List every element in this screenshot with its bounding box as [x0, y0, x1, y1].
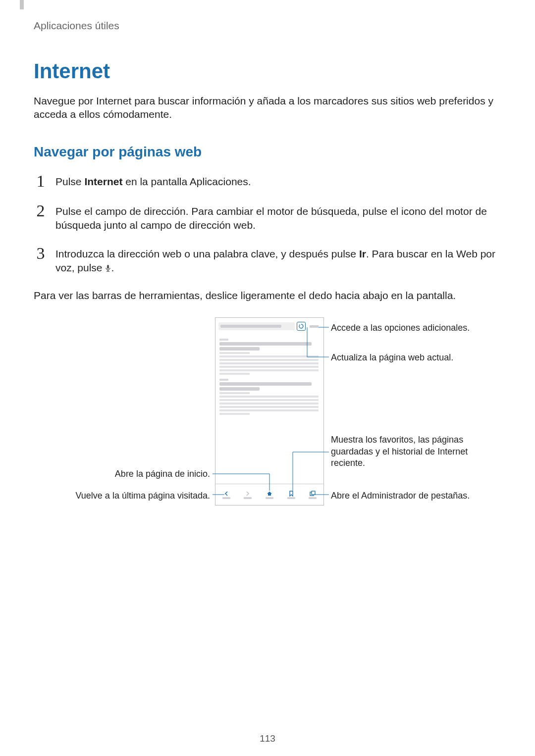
section-heading: Navegar por páginas web [34, 144, 500, 160]
device-toolbar [215, 318, 323, 335]
callout-back: Vuelve a la última página visitada. [66, 490, 210, 502]
address-bar-mockup [218, 322, 295, 330]
nav-bookmarks-icon [280, 484, 302, 505]
step-1: 1 Pulse Internet en la pantalla Aplicaci… [34, 173, 500, 190]
step-text-1: Pulse Internet en la pantalla Aplicacion… [55, 173, 500, 189]
decoration-rule [20, 0, 24, 9]
intro-paragraph: Navegue por Internet para buscar informa… [34, 94, 500, 121]
step1-bold: Internet [84, 176, 122, 187]
refresh-icon [297, 322, 306, 331]
step-number-2: 2 [34, 202, 48, 219]
callout-tabs: Abre el Administrador de pestañas. [331, 490, 475, 502]
device-bottom-nav [215, 484, 323, 505]
nav-home-icon [259, 484, 280, 505]
step3-post: . [111, 262, 114, 273]
svg-rect-0 [107, 265, 109, 269]
body-after-steps: Para ver las barras de herramientas, des… [34, 289, 500, 302]
callout-refresh: Actualiza la página web actual. [331, 352, 460, 363]
diagram: Accede a las opciones adicionales. Actua… [111, 317, 423, 515]
step3-bold: Ir [359, 248, 366, 259]
step3-pre: Introduzca la dirección web o una palabr… [55, 248, 359, 259]
breadcrumb: Aplicaciones útiles [34, 20, 500, 32]
nav-forward-icon [237, 484, 259, 505]
step-3: 3 Introduzca la dirección web o una pala… [34, 245, 500, 276]
step-number-3: 3 [34, 245, 48, 262]
callout-more: Accede a las opciones adicionales. [331, 322, 475, 334]
device-mockup [215, 317, 324, 505]
more-icon [308, 324, 321, 329]
device-content [215, 335, 323, 484]
step-text-3: Introduzca la dirección web o una palabr… [55, 245, 500, 276]
microphone-icon [105, 262, 111, 276]
page-number: 113 [0, 733, 535, 744]
step-number-1: 1 [34, 173, 48, 190]
step-text-2: Pulse el campo de dirección. Para cambia… [55, 202, 500, 232]
page-title: Internet [34, 59, 500, 83]
callout-home: Abre la página de inicio. [86, 468, 210, 480]
callout-bookmarks: Muestra los favoritos, las páginas guard… [331, 434, 480, 469]
nav-tabs-icon [302, 484, 323, 505]
svg-rect-4 [312, 491, 315, 495]
step1-pre: Pulse [55, 176, 84, 187]
step-2: 2 Pulse el campo de dirección. Para camb… [34, 202, 500, 232]
nav-back-icon [215, 484, 237, 505]
step1-post: en la pantalla Aplicaciones. [122, 176, 251, 187]
